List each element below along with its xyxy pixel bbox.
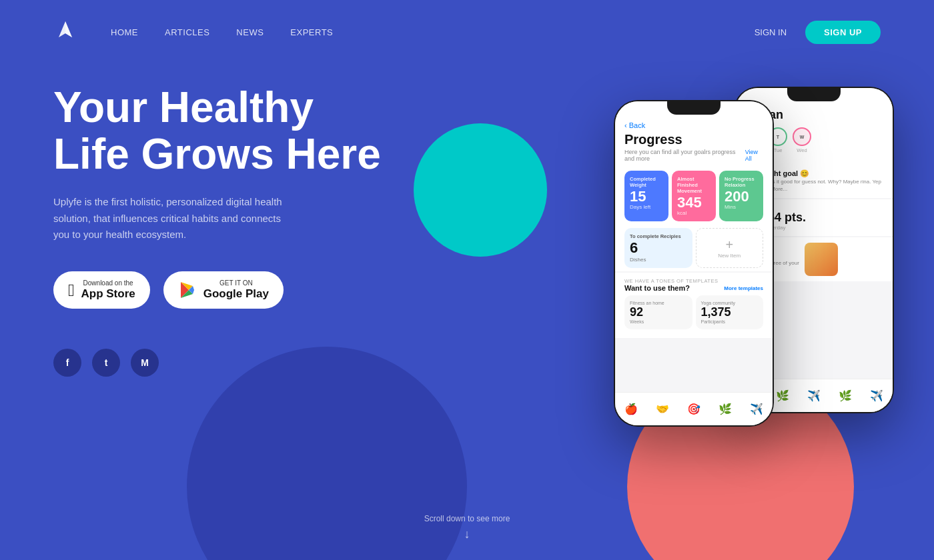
logo[interactable]	[53, 19, 77, 45]
nav-articles[interactable]: ARTICLES	[165, 27, 209, 37]
nav-right: SIGN IN SIGN UP	[755, 21, 881, 44]
stat-value-weight: 15	[630, 189, 663, 204]
hero-title: Your Healthy Life Grows Here	[53, 84, 400, 178]
screen-header: ‹ Back Progress Here you can find all yo…	[615, 101, 773, 167]
new-item-label: New Item	[718, 253, 741, 259]
nav-news[interactable]: NEWS	[236, 27, 264, 37]
subtitle-text: Here you can find all your goalrs progre…	[624, 149, 745, 162]
day-circle-wed: W	[793, 127, 811, 146]
templates-label: WE HAVE A TONES OF TEMPLATES	[624, 278, 763, 284]
dishes-unit: Dishes	[630, 257, 687, 263]
day-wed: W Wed	[793, 127, 811, 153]
google-play-large-text: Google Play	[203, 287, 269, 301]
svg-marker-1	[65, 21, 72, 37]
stat-completed-weight: Completed Weight 15 Days left	[624, 171, 668, 221]
back-nav-icon-5[interactable]: ✈️	[870, 389, 883, 402]
recipe-image	[805, 243, 838, 276]
navbar: HOME ARTICLES NEWS EXPERTS SIGN IN SIGN …	[0, 0, 934, 64]
stat-unit-movement: kcal	[677, 210, 711, 216]
screen-subtitle: Here you can find all your goalrs progre…	[624, 149, 763, 162]
scroll-down: Scroll down to see more ↓	[424, 514, 510, 541]
stat-label-relaxion: No Progress Relaxion	[725, 176, 758, 188]
front-phone-bottom-nav: 🍎 🤝 🎯 🌿 ✈️	[615, 392, 773, 425]
back-nav-icon-3[interactable]: ✈️	[807, 389, 821, 402]
app-store-button[interactable]:  Download on the App Store	[53, 271, 150, 309]
template-card-yoga: Yoga community 1,375 Participants	[696, 295, 764, 329]
stat-value-movement: 345	[677, 195, 711, 210]
stat-finished-movement: Almost Finished Movement 345 kcal	[672, 171, 716, 221]
signin-link[interactable]: SIGN IN	[755, 27, 787, 37]
app-store-small-text: Download on the	[81, 279, 135, 287]
nav-links: HOME ARTICLES NEWS EXPERTS	[111, 27, 755, 37]
front-nav-icon-4[interactable]: 🌿	[719, 403, 732, 415]
screen-title: Progress	[624, 132, 763, 147]
template-unit-yoga: Participants	[701, 319, 759, 324]
app-store-large-text: App Store	[81, 287, 135, 301]
template-label-yoga: Yoga community	[701, 301, 759, 305]
back-nav-icon-2[interactable]: 🌿	[776, 389, 789, 402]
scroll-label: Scroll down to see more	[424, 514, 510, 523]
stat-unit-weight: Days left	[630, 204, 663, 210]
back-text: Back	[629, 121, 645, 129]
template-value-fitness: 92	[630, 305, 687, 319]
nav-home[interactable]: HOME	[111, 27, 138, 37]
phones-container: pilman M Mon T Tue W Wed	[614, 87, 894, 527]
template-card-fitness: Fitness an home 92 Weeks	[624, 295, 692, 329]
stat-value-relaxion: 200	[725, 189, 758, 204]
stat-label-weight: Completed Weight	[630, 176, 663, 188]
templates-title: Want to use them? More templates	[624, 284, 763, 292]
front-nav-icon-5[interactable]: ✈️	[750, 403, 763, 415]
twitter-icon[interactable]: t	[92, 349, 120, 377]
template-unit-fitness: Weeks	[630, 319, 687, 324]
scroll-arrow-icon: ↓	[424, 527, 510, 541]
templates-section: WE HAVE A TONES OF TEMPLATES Want to use…	[615, 273, 773, 338]
back-chevron: ‹	[624, 121, 627, 129]
front-nav-icon-2[interactable]: 🤝	[656, 403, 669, 415]
page-container: HOME ARTICLES NEWS EXPERTS SIGN IN SIGN …	[0, 0, 934, 560]
dishes-row: To complete Reciples 6 Dishes + New Item	[615, 225, 773, 271]
google-play-button[interactable]: GET IT ON Google Play	[163, 271, 284, 309]
view-all[interactable]: View All	[745, 149, 763, 162]
front-nav-icon-1[interactable]: 🍎	[624, 403, 638, 415]
google-play-icon	[178, 281, 197, 299]
google-play-text: GET IT ON Google Play	[203, 279, 269, 301]
stat-label-movement: Almost Finished Movement	[677, 176, 711, 194]
new-item-card[interactable]: + New Item	[696, 228, 764, 268]
more-templates-link[interactable]: More templates	[724, 285, 763, 291]
dishes-label: To complete Reciples	[630, 233, 687, 239]
facebook-icon[interactable]: f	[53, 349, 81, 377]
template-label-fitness: Fitness an home	[630, 301, 687, 305]
template-cards: Fitness an home 92 Weeks Yoga community …	[624, 292, 763, 333]
nav-experts[interactable]: EXPERTS	[290, 27, 333, 37]
stat-unit-relaxion: Mins	[725, 204, 758, 210]
stat-no-progress: No Progress Relaxion 200 Mins	[719, 171, 763, 221]
template-value-yoga: 1,375	[701, 305, 759, 319]
hero-description: Uplyfe is the first holistic, personaliz…	[53, 194, 294, 243]
phone-screen: ‹ Back Progress Here you can find all yo…	[615, 101, 773, 425]
apple-icon: 	[68, 280, 75, 301]
front-nav-icon-3[interactable]: 🎯	[687, 403, 700, 415]
dishes-card: To complete Reciples 6 Dishes	[624, 228, 692, 268]
back-nav-icon-4[interactable]: 🌿	[839, 389, 852, 402]
app-store-text: Download on the App Store	[81, 279, 135, 301]
google-play-small-text: GET IT ON	[203, 279, 269, 287]
medium-icon[interactable]: M	[131, 349, 159, 377]
stats-grid: Completed Weight 15 Days left Almost Fin…	[615, 167, 773, 225]
dishes-value: 6	[630, 239, 687, 257]
plus-icon: +	[725, 237, 733, 253]
phone-front: ‹ Back Progress Here you can find all yo…	[614, 100, 774, 427]
back-link[interactable]: ‹ Back	[624, 121, 763, 129]
templates-title-text: Want to use them?	[624, 284, 690, 292]
signup-button[interactable]: SIGN UP	[805, 21, 881, 44]
